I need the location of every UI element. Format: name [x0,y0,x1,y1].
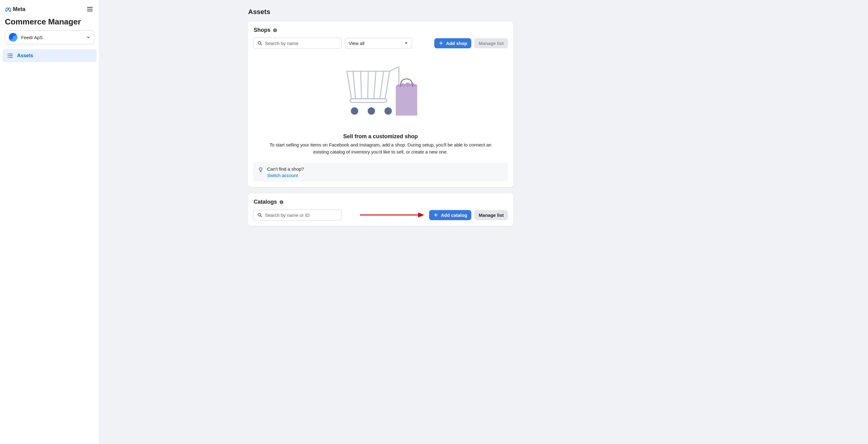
svg-point-28 [281,201,282,202]
sidebar-item-assets[interactable]: Assets [2,49,97,62]
caret-down-icon [404,41,408,45]
account-name: Feedr ApS [21,35,83,40]
app-title: Commerce Manager [2,16,97,30]
svg-point-4 [8,57,8,58]
main-content: Assets Shops [99,0,662,444]
catalogs-section-title: Catalogs [254,199,277,205]
hamburger-icon [86,5,94,13]
meta-logo[interactable]: Meta [5,6,25,12]
plus-icon [439,41,443,46]
svg-line-13 [353,71,355,99]
shops-hint-callout: Can't find a shop? Switch account [253,163,508,182]
page-title: Assets [248,8,514,16]
switch-account-link[interactable]: Switch account [267,173,304,178]
catalogs-manage-list-button[interactable]: Manage list [474,210,508,220]
svg-rect-23 [396,87,417,116]
svg-line-12 [260,44,261,45]
svg-line-30 [260,215,261,217]
lightbulb-icon [258,167,264,173]
svg-rect-9 [275,30,275,31]
info-icon[interactable] [273,28,277,32]
catalogs-toolbar: Add catalog Manage list [253,209,508,220]
svg-line-17 [380,71,383,99]
search-icon [257,40,262,46]
svg-point-22 [384,107,392,115]
plus-icon [433,212,438,217]
svg-rect-18 [350,99,386,102]
svg-point-21 [368,107,375,115]
brand-name: Meta [13,6,25,12]
shops-search-input[interactable] [265,41,338,46]
sidebar: Meta Commerce Manager Feedr ApS [0,0,99,444]
catalogs-manage-list-label: Manage list [478,212,504,218]
add-shop-button[interactable]: Add shop [434,38,471,48]
add-catalog-button[interactable]: Add catalog [429,210,471,220]
svg-point-20 [351,107,358,115]
shops-filter-select[interactable]: View all [345,38,412,49]
svg-point-1 [12,36,15,38]
shops-section-title: Shops [254,27,271,33]
shops-manage-list-button: Manage list [474,38,508,48]
shops-empty-body: To start selling your items on Facebook … [261,142,500,155]
shops-empty-heading: Sell from a customized shop [259,133,502,140]
caret-down-icon [87,35,90,39]
shops-toolbar: View all Add shop Manage list [253,38,508,49]
meta-logo-icon [5,6,11,12]
search-icon [257,212,262,218]
add-catalog-label: Add catalog [441,212,467,218]
catalogs-card: Catalogs [248,193,514,226]
svg-line-15 [368,71,368,99]
shops-manage-list-label: Manage list [478,41,504,46]
svg-line-16 [374,71,376,99]
add-shop-label: Add shop [446,41,467,46]
shops-search[interactable] [253,38,342,49]
svg-marker-32 [418,212,424,217]
info-icon[interactable] [279,200,284,204]
sidebar-item-label: Assets [17,53,33,58]
shops-card: Shops [248,21,514,187]
svg-rect-27 [281,202,281,203]
account-avatar-icon [9,33,18,41]
svg-point-10 [275,29,275,30]
shops-filter-selected: View all [349,41,364,46]
shops-hint-title: Can't find a shop? [267,166,304,172]
svg-line-14 [361,71,362,99]
account-selector[interactable]: Feedr ApS [5,30,94,45]
svg-point-3 [8,55,8,56]
svg-point-2 [8,54,8,54]
shops-empty-state: Sell from a customized shop To start sel… [253,49,508,158]
annotation-arrow-icon bool [360,212,424,218]
menu-toggle-button[interactable] [86,5,94,13]
shopping-cart-illustration-icon [338,62,423,123]
catalogs-search-input[interactable] [265,212,338,218]
list-icon [7,52,13,59]
catalogs-search[interactable] [253,209,342,220]
